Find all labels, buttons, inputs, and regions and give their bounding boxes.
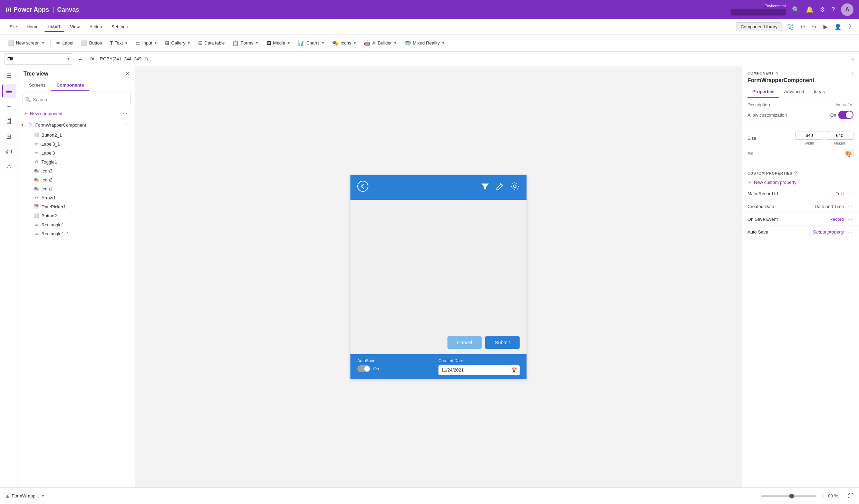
environment-bar[interactable] (731, 9, 786, 16)
edit-icon[interactable] (495, 181, 504, 193)
charts-btn[interactable]: 📊 Charts ▼ (295, 38, 328, 48)
fill-swatch[interactable]: 🎨 (844, 149, 853, 158)
prop-more-auto-save[interactable]: ··· (847, 228, 853, 235)
panel-collapse-icon[interactable]: › (852, 70, 853, 76)
ai-builder-btn[interactable]: 🤖 AI Builder ▼ (360, 38, 400, 48)
nav-warning-icon[interactable]: ⚠ (2, 160, 16, 174)
new-component-more-btn[interactable]: ··· (121, 110, 129, 117)
height-input[interactable] (826, 131, 853, 140)
avatar[interactable]: A (841, 3, 853, 16)
data-table-btn[interactable]: ⊟ Data table (195, 38, 228, 48)
tree-item-arrow1[interactable]: ↩ Arrow1 (18, 193, 135, 202)
new-screen-btn[interactable]: ⬜ New screen ▼ (4, 38, 48, 48)
tree-item-rectangle1-1[interactable]: ▭ Rectangle1_1 (18, 229, 135, 238)
tab-screens[interactable]: Screens (23, 80, 51, 91)
undo-icon[interactable]: ↩ (799, 22, 807, 31)
fullscreen-btn[interactable]: ⛶ (848, 493, 853, 499)
prop-more-created-date[interactable]: ··· (847, 203, 853, 210)
tab-components[interactable]: Components (51, 80, 89, 91)
component-more-btn[interactable]: ··· (122, 121, 131, 129)
svg-point-3 (358, 181, 368, 191)
tree-item-form-wrapper[interactable]: ▼ ⊞ FormWrapperComponent ··· (18, 119, 135, 130)
description-label: Description (747, 102, 770, 107)
menu-action[interactable]: Action (85, 22, 106, 31)
menu-view[interactable]: View (66, 22, 84, 31)
nav-layers-icon[interactable] (2, 84, 16, 98)
zoom-in-btn[interactable]: + (819, 492, 825, 501)
gallery-btn[interactable]: ⊞ Gallery ▼ (162, 38, 194, 48)
allow-customization-row: Allow customization On (747, 111, 853, 119)
gear-icon[interactable]: ⚙ (820, 6, 825, 13)
rp-tab-ideas[interactable]: Ideas (809, 86, 830, 98)
menu-home[interactable]: Home (22, 22, 43, 31)
text-btn[interactable]: T Text ▼ (106, 38, 132, 48)
menu-settings[interactable]: Settings (107, 22, 132, 31)
customization-toggle[interactable] (838, 111, 853, 119)
fill-dropdown[interactable]: Fill ▼ (4, 53, 73, 65)
component-library-btn[interactable]: ComponentLibrary (736, 22, 782, 31)
customization-toggle-knob (846, 111, 853, 118)
menu-insert[interactable]: Insert (44, 22, 65, 32)
tree-item-datepicker1[interactable]: 📅 DatePicker1 (18, 202, 135, 211)
stethoscope-icon[interactable]: 🩺 (785, 22, 796, 31)
tree-item-label3-1[interactable]: ✏ Label3_1 (18, 139, 135, 148)
filter-icon[interactable] (480, 181, 490, 193)
forms-btn[interactable]: 📋 Forms ▼ (229, 38, 262, 48)
tree-item-icon2[interactable]: 🎭 Icon2 (18, 175, 135, 184)
prop-more-on-save-event[interactable]: ··· (847, 216, 853, 223)
tree-item-label3[interactable]: ✏ Label3 (18, 148, 135, 157)
zoom-slider[interactable] (761, 495, 817, 497)
auto-save-toggle[interactable] (357, 365, 370, 372)
redo-icon[interactable]: ↪ (810, 22, 819, 31)
search-icon[interactable]: 🔍 (792, 6, 800, 13)
nav-grid-icon[interactable]: ⊞ (2, 130, 16, 144)
screen-name-btn[interactable]: ⊞ FormWrapp... ▼ (6, 493, 45, 499)
nav-database-icon[interactable]: 🗄 (2, 115, 16, 128)
search-input[interactable] (33, 97, 128, 102)
calendar-icon[interactable]: 📅 (511, 367, 517, 373)
question-icon[interactable]: ? (831, 6, 835, 13)
component-help-icon[interactable]: ? (776, 71, 779, 76)
person-icon[interactable]: 👤 (832, 22, 843, 31)
arrow1-icon: ↩ (33, 195, 39, 201)
media-btn[interactable]: 🖼 Media ▼ (263, 38, 294, 48)
grid-icon[interactable]: ⊞ (6, 6, 11, 14)
new-component-row[interactable]: ＋ New component ··· (18, 108, 135, 119)
nav-add-icon[interactable]: ＋ (2, 99, 16, 113)
rp-tab-properties[interactable]: Properties (747, 86, 779, 98)
custom-props-help-icon[interactable]: ? (794, 170, 797, 176)
formula-expand-icon[interactable]: ⌄ (851, 57, 855, 61)
button-btn[interactable]: ⬜ Button (77, 38, 106, 48)
tree-item-rectangle1[interactable]: ▭ Rectangle1 (18, 220, 135, 229)
formula-input[interactable] (100, 53, 849, 65)
zoom-out-btn[interactable]: − (752, 492, 758, 501)
tree-item-icon3[interactable]: 🎭 Icon3 (18, 166, 135, 175)
cancel-button[interactable]: Cancel (447, 336, 482, 349)
back-icon[interactable] (357, 181, 368, 194)
settings-icon[interactable] (510, 181, 520, 193)
tree-item-button2-1[interactable]: ⬜ Button2_1 (18, 130, 135, 139)
submit-button[interactable]: Submit (485, 336, 520, 349)
width-input[interactable] (795, 131, 823, 140)
tree-item-button2[interactable]: ⬜ Button2 (18, 211, 135, 220)
input-btn[interactable]: ▭ Input ▼ (132, 38, 161, 48)
component-preview: Cancel Submit AutoSave On (350, 175, 527, 379)
child-label: Button2 (41, 213, 57, 218)
help-icon[interactable]: ? (846, 22, 853, 31)
prop-more-main-record[interactable]: ··· (847, 190, 853, 197)
mixed-reality-btn[interactable]: 🥽 Mixed Reality ▼ (401, 38, 448, 48)
bell-icon[interactable]: 🔔 (806, 6, 813, 13)
rp-tab-advanced[interactable]: Advanced (779, 86, 809, 98)
nav-tag-icon[interactable]: 🏷 (2, 145, 16, 159)
play-icon[interactable]: ▶ (821, 22, 830, 31)
tree-item-icon1[interactable]: 🎭 Icon1 (18, 184, 135, 193)
menu-file[interactable]: File (6, 22, 21, 31)
tree-item-toggle1[interactable]: ⊙ Toggle1 (18, 157, 135, 166)
canvas-content[interactable]: Cancel Submit AutoSave On (135, 66, 742, 487)
label-btn[interactable]: ✏ Label (53, 38, 77, 48)
new-custom-property-row[interactable]: ＋ New custom property (742, 177, 859, 187)
nav-menu-icon[interactable]: ☰ (2, 69, 16, 83)
icons-btn[interactable]: 🎭 Icons ▼ (329, 38, 360, 48)
sidebar-close-btn[interactable]: ✕ (125, 70, 129, 77)
child-label: Toggle1 (41, 159, 57, 165)
